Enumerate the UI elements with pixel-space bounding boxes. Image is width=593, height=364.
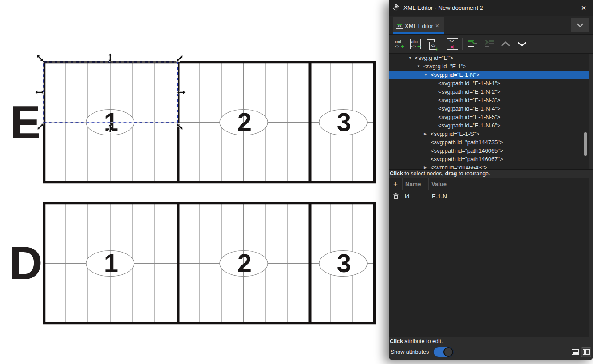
tab-xml-editor[interactable]: <> XML Editor ×	[393, 17, 444, 34]
chevron-down-icon	[517, 41, 527, 47]
row-d-ellipses[interactable]	[86, 251, 367, 277]
show-attributes-label: Show attributes	[391, 349, 429, 355]
tree-node[interactable]: ▼<svg:g id="E-1">	[389, 62, 589, 71]
scale-handle-n[interactable]	[108, 53, 112, 62]
expander-icon[interactable]: ▼	[424, 71, 431, 79]
dialog-tabbar: <> XML Editor ×	[389, 16, 593, 35]
tree-node[interactable]: <svg:path id="E-1-N-2">	[389, 87, 589, 96]
tree-node-label: <svg:path id="E-1-N-3">	[438, 96, 500, 104]
tree-node-label: <svg:g id="E">	[415, 54, 453, 62]
add-attribute-button[interactable]: +	[389, 180, 402, 189]
row-d-label[interactable]: D	[9, 237, 43, 289]
section-number[interactable]: 2	[237, 249, 252, 277]
tree-node-label: <svg:g id="g146643">	[431, 163, 487, 169]
attribute-name[interactable]: id	[402, 193, 428, 200]
tree-node-label: <svg:path id="E-1-N-4">	[438, 104, 500, 113]
section-number[interactable]: 3	[337, 249, 351, 277]
indent-node-button[interactable]	[482, 38, 495, 51]
tree-node-label: <svg:g id="E-1-N">	[431, 71, 480, 79]
unindent-node-button[interactable]	[466, 38, 479, 51]
attribute-row[interactable]: id E-1-N	[389, 190, 589, 202]
expander-icon[interactable]: ▶	[424, 130, 431, 138]
tree-node-label: <svg:g id="E-1">	[423, 62, 466, 71]
tree-scrollbar-thumb[interactable]	[584, 132, 587, 156]
close-icon[interactable]: ×	[578, 2, 589, 14]
indent-node-icon	[484, 40, 494, 48]
xml-toolbar: xml <> + abc <> + <> + <> ×	[389, 35, 593, 54]
tree-node[interactable]: ▼<svg:g id="E">	[389, 54, 589, 62]
delete-node-button[interactable]: <> ×	[446, 38, 459, 51]
trash-icon	[393, 193, 399, 200]
tree-node-label: <svg:path id="path146067">	[431, 155, 503, 163]
tree-node[interactable]: <svg:path id="E-1-N-1">	[389, 79, 589, 87]
expander-icon[interactable]: ▶	[424, 163, 431, 169]
dialog-title: XML Editor - New document 2	[403, 4, 483, 11]
panel-bottom-bar: Show attributes	[389, 346, 593, 358]
section-number[interactable]: 2	[237, 107, 252, 136]
tree-node[interactable]: ▶<svg:g id="g146643">	[389, 163, 589, 169]
expander-icon[interactable]: ▼	[408, 54, 415, 62]
delete-node-icon: <> ×	[447, 38, 458, 50]
tree-node[interactable]: <svg:path id="E-1-N-4">	[389, 104, 589, 113]
tree-node-label: <svg:path id="path144735">	[431, 138, 503, 146]
tab-list-dropdown-button[interactable]	[571, 18, 589, 32]
vertical-split-icon	[583, 349, 590, 355]
tab-close-icon[interactable]: ×	[435, 22, 439, 29]
duplicate-node-button[interactable]: <> +	[425, 38, 438, 51]
toolbar-separator	[442, 38, 442, 50]
xml-editor-tab-icon: <>	[396, 23, 403, 29]
tree-node[interactable]: <svg:path id="E-1-N-5">	[389, 113, 589, 121]
tree-node[interactable]: <svg:path id="E-1-N-6">	[389, 121, 589, 130]
tree-node[interactable]: <svg:path id="E-1-N-3">	[389, 96, 589, 104]
toggle-knob	[443, 347, 453, 357]
xml-node-tree[interactable]: ▼<svg:g id="E"> ▼<svg:g id="E-1"> ▼<svg:…	[389, 54, 589, 169]
new-text-node-button[interactable]: abc <> +	[409, 38, 422, 51]
row-d[interactable]: D 1 2 3	[9, 203, 375, 324]
scale-handle-nw[interactable]	[36, 54, 45, 63]
scale-handle-se[interactable]	[175, 122, 185, 131]
unindent-node-icon	[467, 40, 478, 48]
tree-node[interactable]: <svg:path id="path146067">	[389, 155, 589, 163]
scale-handle-w[interactable]	[35, 91, 44, 95]
section-number[interactable]: 3	[337, 107, 351, 136]
tree-node[interactable]: ▶<svg:g id="E-1-S">	[389, 130, 589, 138]
new-element-node-button[interactable]: xml <> +	[392, 38, 405, 51]
row-e-label[interactable]: E	[10, 96, 41, 148]
tree-node-label: <svg:path id="E-1-N-2">	[438, 87, 500, 96]
section-number[interactable]: 1	[104, 249, 118, 277]
new-text-node-icon: abc <> +	[410, 39, 421, 49]
chevron-down-icon	[577, 23, 584, 27]
tree-node[interactable]: <svg:path id="path144735">	[389, 138, 589, 146]
tree-hint-text: Click to select nodes, drag to rearrange…	[389, 169, 593, 178]
move-node-up-button[interactable]	[499, 38, 512, 51]
tree-node-selected[interactable]: ▼<svg:g id="E-1-N">	[389, 71, 589, 79]
svg-drawing: E 1 2 3 D	[0, 0, 389, 364]
column-header-name: Name	[402, 178, 428, 190]
expander-icon[interactable]: ▼	[417, 62, 423, 71]
attributes-table: + Name Value id E-1-N	[389, 178, 589, 337]
tree-node-label: <svg:path id="E-1-N-5">	[438, 113, 500, 121]
tree-node-label: <svg:path id="path146065">	[431, 146, 503, 155]
column-header-value: Value	[428, 178, 589, 190]
show-attributes-toggle[interactable]	[433, 347, 454, 357]
inkscape-logo-icon	[392, 4, 400, 12]
new-element-node-icon: xml <> +	[394, 39, 404, 49]
tree-node-label: <svg:path id="E-1-N-6">	[438, 121, 500, 130]
toolbar-separator	[462, 38, 463, 50]
attribute-value[interactable]: E-1-N	[428, 193, 589, 200]
attribute-hint-text: Click attribute to edit.	[389, 337, 593, 346]
xml-editor-dialog: XML Editor - New document 2 × <> XML Edi…	[389, 0, 593, 360]
tree-node-label: <svg:g id="E-1-S">	[431, 130, 479, 138]
horizontal-split-icon	[572, 349, 579, 355]
move-node-down-button[interactable]	[515, 38, 528, 51]
delete-attribute-button[interactable]	[389, 193, 402, 200]
chevron-up-icon	[501, 41, 510, 47]
active-tab-indicator	[393, 32, 444, 34]
layout-horizontal-button[interactable]	[570, 347, 580, 357]
tree-node[interactable]: <svg:path id="path146065">	[389, 146, 589, 155]
attributes-header: + Name Value	[389, 178, 589, 190]
layout-vertical-button[interactable]	[581, 347, 591, 357]
dialog-titlebar[interactable]: XML Editor - New document 2 ×	[389, 0, 593, 16]
tab-label: XML Editor	[405, 23, 433, 29]
tree-node-label: <svg:path id="E-1-N-1">	[438, 79, 500, 87]
